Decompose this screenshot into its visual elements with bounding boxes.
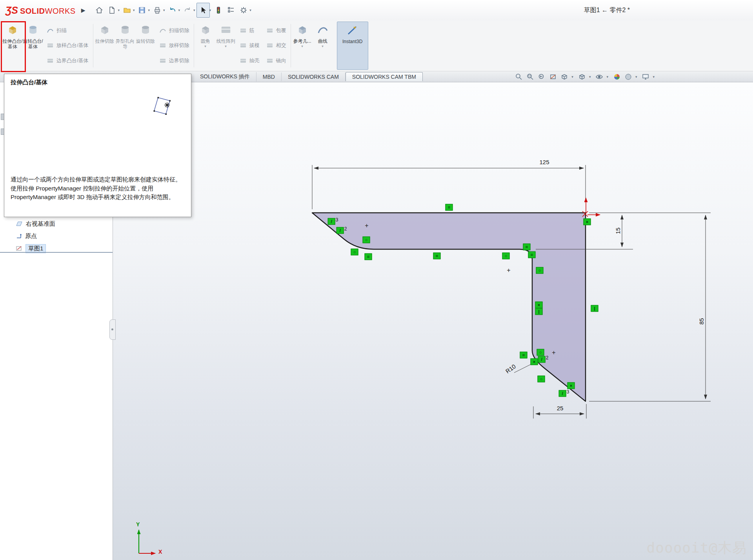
hide-show-items-icon[interactable] (595, 73, 603, 81)
panel-collapse-handle[interactable] (109, 319, 116, 340)
print-dropdown-caret[interactable]: ▾ (163, 8, 165, 12)
rib-button[interactable]: 筋 (239, 24, 260, 37)
sweep-button[interactable]: 扫描 (46, 24, 89, 37)
tree-item-origin[interactable]: 原点 (16, 230, 37, 241)
open-dropdown-caret[interactable]: ▾ (133, 8, 135, 12)
zoom-to-fit-icon[interactable] (515, 73, 523, 81)
view-settings-caret[interactable]: ▾ (653, 75, 655, 79)
gear-dropdown-caret[interactable]: ▾ (249, 8, 251, 12)
constraint-badge-tangent[interactable]: ○ (351, 249, 358, 256)
new-dropdown-caret[interactable]: ▾ (118, 8, 120, 12)
extrude-cut-button[interactable]: 拉伸切除 (95, 22, 115, 70)
command-light-icon[interactable] (212, 3, 225, 17)
extrude-cut-icon (98, 24, 111, 38)
graphics-viewport[interactable] (113, 82, 753, 560)
constraint-badge-coincident[interactable]: × (535, 302, 543, 308)
constraint-badge-slope[interactable]: /3 (559, 390, 569, 397)
redo-dropdown-caret[interactable]: ▾ (193, 8, 195, 12)
zoom-to-area-icon[interactable] (526, 73, 534, 81)
dim-125[interactable]: 125 (539, 159, 549, 165)
mirror-label: 镜向 (276, 57, 286, 64)
loft-button[interactable]: 放样凸台/基体 (46, 39, 89, 52)
constraint-badge-equal[interactable]: = (446, 204, 453, 211)
revolve-boss-button[interactable]: 旋转凸台/基体 (23, 22, 43, 70)
constraint-badge-tangent[interactable]: ○ (538, 376, 545, 382)
apply-scene-caret[interactable]: ▾ (635, 75, 637, 79)
loft-cut-button[interactable]: 放样切除 (159, 39, 189, 52)
constraint-badge-vertical[interactable]: | (591, 305, 598, 312)
select-dropdown-caret[interactable]: ▾ (209, 8, 211, 12)
undo-dropdown-caret[interactable]: ▾ (178, 8, 180, 12)
constraint-badge-equal[interactable]: = (528, 252, 536, 258)
draft-button[interactable]: 拔模 (239, 39, 260, 52)
menu-expand-arrow-icon[interactable]: ▶ (81, 7, 85, 13)
hide-show-items-caret[interactable]: ▾ (606, 75, 608, 79)
gear-icon[interactable] (237, 3, 250, 17)
view-settings-icon[interactable] (642, 73, 649, 81)
hole-wizard-icon (119, 24, 131, 38)
undo-icon[interactable] (166, 3, 179, 17)
wrap-button[interactable]: 包覆 (266, 24, 286, 37)
rollback-bar[interactable] (0, 252, 113, 253)
shell-button[interactable]: 抽壳 (239, 54, 260, 67)
view-orientation-caret[interactable]: ▾ (571, 75, 573, 79)
constraint-badge-fixed[interactable]: × (584, 219, 591, 225)
boundary-cut-button[interactable]: 边界切除 (159, 54, 189, 67)
curves-button[interactable]: 曲线 ▾ (313, 22, 333, 70)
apply-scene-icon[interactable] (624, 73, 632, 81)
options-list-icon[interactable] (225, 3, 237, 17)
tab-solidworks-cam[interactable]: SOLIDWORKS CAM (282, 72, 346, 81)
fillet-button[interactable]: 圆角 ▾ (195, 22, 216, 70)
constraint-badge-equal[interactable]: = (433, 253, 441, 259)
section-view-icon[interactable] (549, 73, 557, 81)
constraint-badge-equal[interactable]: = (365, 254, 372, 260)
constraint-badge-slope[interactable]: /2 (538, 356, 549, 363)
curves-icon (316, 24, 329, 38)
constraint-badge-coincident[interactable]: × (531, 359, 538, 365)
save-dropdown-caret[interactable]: ▾ (148, 8, 150, 12)
boundary-button[interactable]: 边界凸台/基体 (46, 54, 89, 67)
previous-view-icon[interactable] (538, 73, 546, 81)
dim-85[interactable]: 85 (698, 318, 705, 325)
constraint-badge-vertical[interactable]: | (535, 308, 543, 315)
dim-25[interactable]: 25 (557, 405, 564, 411)
reference-geometry-dropdown-caret[interactable]: ▾ (301, 45, 303, 48)
linear-pattern-dropdown-caret[interactable]: ▾ (225, 45, 227, 48)
constraint-badge-tangent[interactable]: ○ (363, 237, 370, 243)
tab-solidworks-addins[interactable]: SOLIDWORKS 插件 (194, 72, 256, 82)
constraint-badge-equal[interactable]: = (523, 244, 531, 250)
constraint-badge-tangent[interactable]: ○ (536, 267, 544, 274)
revolve-cut-button[interactable]: 旋转切除 (135, 22, 156, 70)
dim-15[interactable]: 15 (615, 228, 621, 234)
redo-icon[interactable] (181, 3, 194, 17)
display-style-icon[interactable] (578, 73, 586, 81)
home-icon[interactable] (93, 3, 105, 17)
intersect-button[interactable]: 相交 (266, 39, 286, 52)
constraint-badge-equal[interactable]: = (520, 352, 527, 359)
tab-solidworks-cam-tbm[interactable]: SOLIDWORKS CAM TBM (346, 72, 423, 81)
constraint-badge-coincident[interactable]: × (567, 382, 575, 389)
reference-geometry-button[interactable]: 参考几... ▾ (292, 22, 313, 70)
select-cursor-icon[interactable] (196, 3, 210, 18)
constraint-badge-tangent[interactable]: ○ (502, 253, 510, 259)
save-icon[interactable] (136, 3, 148, 17)
sweep-cut-button[interactable]: 扫描切除 (159, 24, 189, 37)
constraint-badge-slope[interactable]: /2 (336, 227, 347, 234)
fillet-dropdown-caret[interactable]: ▾ (204, 45, 206, 48)
mirror-button[interactable]: 镜向 (266, 54, 286, 67)
constraint-badge-tangent[interactable]: ○ (537, 349, 544, 356)
tab-mbd[interactable]: MBD (256, 72, 282, 81)
print-icon[interactable] (151, 3, 164, 17)
linear-pattern-button[interactable]: 线性阵列 ▾ (216, 22, 236, 70)
constraint-badge-slope[interactable]: /3 (328, 218, 338, 225)
extrude-boss-button[interactable]: 拉伸凸台/基体 (2, 22, 23, 70)
instant3d-button[interactable]: Instant3D (337, 22, 368, 70)
open-folder-icon[interactable] (121, 3, 133, 17)
edit-appearance-icon[interactable] (613, 73, 621, 81)
new-document-icon[interactable] (105, 3, 118, 17)
tree-item-right-plane[interactable]: 右视基准面 (16, 218, 55, 229)
display-style-caret[interactable]: ▾ (589, 75, 591, 79)
hole-wizard-button[interactable]: 异型孔向导 (115, 22, 135, 70)
view-orientation-icon[interactable] (560, 73, 568, 81)
curves-dropdown-caret[interactable]: ▾ (322, 45, 324, 48)
